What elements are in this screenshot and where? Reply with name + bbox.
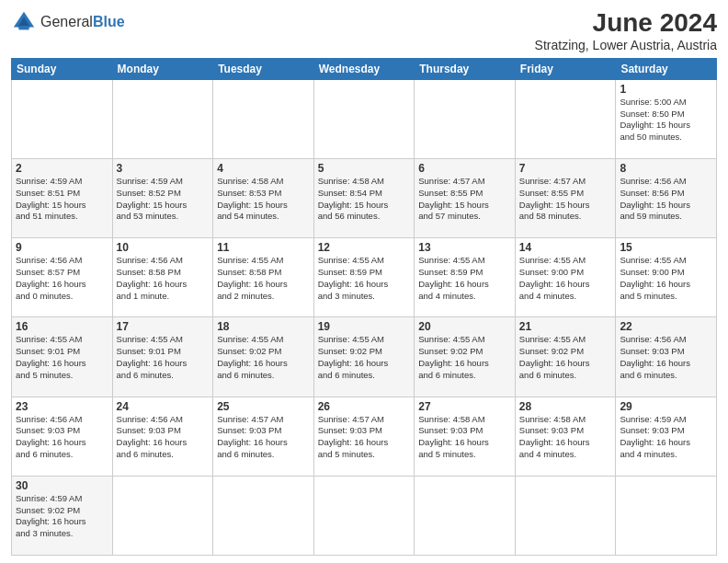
column-header-tuesday: Tuesday [213,58,314,79]
day-cell: 26Sunrise: 4:57 AM Sunset: 9:03 PM Dayli… [313,396,415,476]
day-cell: 30Sunrise: 4:59 AM Sunset: 9:02 PM Dayli… [12,476,113,555]
logo-general: General [40,14,93,29]
logo-text: GeneralBlue [40,14,125,30]
day-number: 10 [117,241,210,254]
day-cell [112,476,213,555]
day-info: Sunrise: 4:55 AM Sunset: 9:02 PM Dayligh… [418,334,511,381]
day-cell: 17Sunrise: 4:55 AM Sunset: 9:01 PM Dayli… [112,317,213,396]
day-info: Sunrise: 4:55 AM Sunset: 9:00 PM Dayligh… [620,255,712,302]
day-cell: 15Sunrise: 4:55 AM Sunset: 9:00 PM Dayli… [616,238,717,317]
day-number: 8 [620,162,712,175]
day-number: 29 [620,400,712,413]
day-cell [415,79,516,158]
day-info: Sunrise: 4:57 AM Sunset: 9:03 PM Dayligh… [318,414,411,461]
day-cell: 20Sunrise: 4:55 AM Sunset: 9:02 PM Dayli… [415,317,516,396]
day-number: 30 [16,479,108,492]
day-number: 23 [16,400,108,413]
day-info: Sunrise: 4:58 AM Sunset: 8:53 PM Dayligh… [217,176,310,223]
day-number: 4 [217,162,310,175]
day-info: Sunrise: 4:55 AM Sunset: 9:00 PM Dayligh… [519,255,612,302]
day-number: 1 [620,83,712,96]
day-info: Sunrise: 4:57 AM Sunset: 9:03 PM Dayligh… [217,414,310,461]
day-number: 5 [318,162,411,175]
day-cell: 8Sunrise: 4:56 AM Sunset: 8:56 PM Daylig… [616,158,717,237]
day-info: Sunrise: 4:59 AM Sunset: 9:03 PM Dayligh… [620,414,712,461]
page: GeneralBlue June 2024 Stratzing, Lower A… [0,0,728,563]
day-cell: 11Sunrise: 4:55 AM Sunset: 8:58 PM Dayli… [213,238,314,317]
day-cell: 9Sunrise: 4:56 AM Sunset: 8:57 PM Daylig… [12,238,113,317]
day-cell [515,79,616,158]
logo: GeneralBlue [11,9,125,35]
column-header-thursday: Thursday [415,58,516,79]
day-cell: 28Sunrise: 4:58 AM Sunset: 9:03 PM Dayli… [515,396,616,476]
logo-blue: Blue [93,14,125,29]
day-number: 21 [519,320,612,333]
day-number: 12 [318,241,411,254]
day-info: Sunrise: 4:56 AM Sunset: 8:56 PM Dayligh… [620,176,712,223]
header: GeneralBlue June 2024 Stratzing, Lower A… [11,9,717,52]
day-info: Sunrise: 4:58 AM Sunset: 9:03 PM Dayligh… [418,414,511,461]
day-cell [213,79,314,158]
column-header-wednesday: Wednesday [313,58,415,79]
day-info: Sunrise: 4:56 AM Sunset: 9:03 PM Dayligh… [117,414,210,461]
week-row-4: 16Sunrise: 4:55 AM Sunset: 9:01 PM Dayli… [12,317,717,396]
day-info: Sunrise: 4:58 AM Sunset: 9:03 PM Dayligh… [519,414,612,461]
logo-icon [11,9,37,35]
day-number: 25 [217,400,310,413]
day-info: Sunrise: 4:56 AM Sunset: 8:58 PM Dayligh… [117,255,210,302]
day-info: Sunrise: 4:59 AM Sunset: 9:02 PM Dayligh… [16,493,108,540]
day-cell: 13Sunrise: 4:55 AM Sunset: 8:59 PM Dayli… [415,238,516,317]
day-number: 28 [519,400,612,413]
day-cell [415,476,516,555]
calendar-subtitle: Stratzing, Lower Austria, Austria [535,38,717,52]
day-number: 27 [418,400,511,413]
day-cell: 19Sunrise: 4:55 AM Sunset: 9:02 PM Dayli… [313,317,415,396]
day-info: Sunrise: 4:55 AM Sunset: 9:01 PM Dayligh… [117,334,210,381]
day-number: 18 [217,320,310,333]
day-info: Sunrise: 4:55 AM Sunset: 8:59 PM Dayligh… [318,255,411,302]
day-info: Sunrise: 4:59 AM Sunset: 8:51 PM Dayligh… [16,176,108,223]
day-info: Sunrise: 4:55 AM Sunset: 8:58 PM Dayligh… [217,255,310,302]
column-header-sunday: Sunday [12,58,113,79]
day-cell: 22Sunrise: 4:56 AM Sunset: 9:03 PM Dayli… [616,317,717,396]
day-number: 17 [117,320,210,333]
week-row-6: 30Sunrise: 4:59 AM Sunset: 9:02 PM Dayli… [12,476,717,555]
day-cell: 4Sunrise: 4:58 AM Sunset: 8:53 PM Daylig… [213,158,314,237]
day-number: 15 [620,241,712,254]
day-info: Sunrise: 4:55 AM Sunset: 9:01 PM Dayligh… [16,334,108,381]
day-info: Sunrise: 5:00 AM Sunset: 8:50 PM Dayligh… [620,97,712,144]
column-header-monday: Monday [112,58,213,79]
column-header-saturday: Saturday [616,58,717,79]
calendar-title: June 2024 [535,9,717,38]
day-cell: 10Sunrise: 4:56 AM Sunset: 8:58 PM Dayli… [112,238,213,317]
day-cell: 24Sunrise: 4:56 AM Sunset: 9:03 PM Dayli… [112,396,213,476]
day-number: 22 [620,320,712,333]
day-info: Sunrise: 4:55 AM Sunset: 8:59 PM Dayligh… [418,255,511,302]
day-info: Sunrise: 4:58 AM Sunset: 8:54 PM Dayligh… [318,176,411,223]
title-block: June 2024 Stratzing, Lower Austria, Aust… [535,9,717,52]
day-number: 26 [318,400,411,413]
day-number: 7 [519,162,612,175]
day-number: 20 [418,320,511,333]
day-cell: 23Sunrise: 4:56 AM Sunset: 9:03 PM Dayli… [12,396,113,476]
day-cell: 16Sunrise: 4:55 AM Sunset: 9:01 PM Dayli… [12,317,113,396]
day-cell [616,476,717,555]
day-cell: 2Sunrise: 4:59 AM Sunset: 8:51 PM Daylig… [12,158,113,237]
week-row-5: 23Sunrise: 4:56 AM Sunset: 9:03 PM Dayli… [12,396,717,476]
day-cell: 7Sunrise: 4:57 AM Sunset: 8:55 PM Daylig… [515,158,616,237]
day-cell [12,79,113,158]
day-number: 24 [117,400,210,413]
day-number: 13 [418,241,511,254]
week-row-3: 9Sunrise: 4:56 AM Sunset: 8:57 PM Daylig… [12,238,717,317]
day-cell: 27Sunrise: 4:58 AM Sunset: 9:03 PM Dayli… [415,396,516,476]
day-info: Sunrise: 4:55 AM Sunset: 9:02 PM Dayligh… [318,334,411,381]
svg-rect-2 [18,26,28,29]
day-info: Sunrise: 4:59 AM Sunset: 8:52 PM Dayligh… [117,176,210,223]
day-cell [515,476,616,555]
day-number: 19 [318,320,411,333]
day-info: Sunrise: 4:57 AM Sunset: 8:55 PM Dayligh… [519,176,612,223]
day-cell: 29Sunrise: 4:59 AM Sunset: 9:03 PM Dayli… [616,396,717,476]
day-cell [213,476,314,555]
week-row-2: 2Sunrise: 4:59 AM Sunset: 8:51 PM Daylig… [12,158,717,237]
day-info: Sunrise: 4:57 AM Sunset: 8:55 PM Dayligh… [418,176,511,223]
